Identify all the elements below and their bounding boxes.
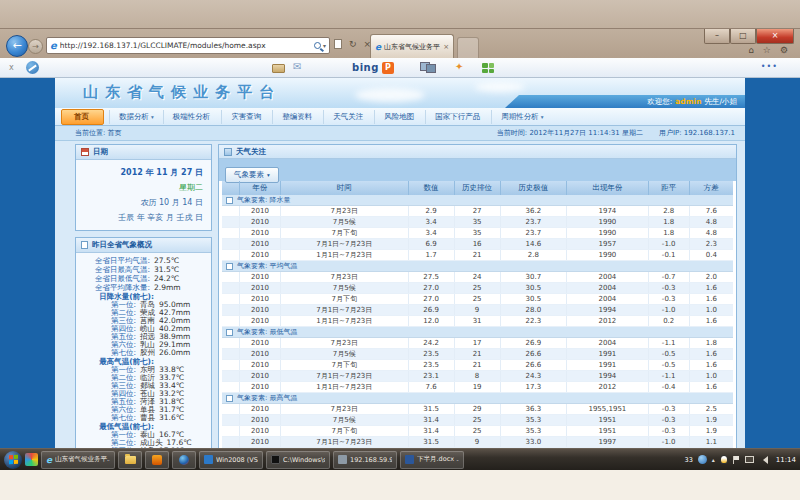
nav-item[interactable]: 天气关注 bbox=[323, 110, 374, 124]
action-center-flag-icon[interactable] bbox=[733, 456, 740, 464]
cell-value: 23.5 bbox=[409, 349, 455, 359]
welcome-prefix: 欢迎您: bbox=[647, 97, 672, 107]
cell-variance: 4.8 bbox=[690, 217, 733, 227]
blocks-icon[interactable] bbox=[482, 63, 494, 73]
ime-icon[interactable] bbox=[698, 455, 707, 464]
card-icon[interactable] bbox=[272, 64, 285, 73]
nav-item[interactable]: 整编资料 bbox=[272, 110, 323, 124]
nav-item[interactable]: 极端性分析 bbox=[163, 110, 222, 124]
taskbar-window-button[interactable]: Win2008 (VS2... bbox=[199, 451, 263, 469]
p-addon-badge[interactable]: P bbox=[382, 62, 394, 74]
section-checkbox[interactable] bbox=[226, 395, 233, 402]
close-button[interactable]: × bbox=[756, 29, 794, 44]
home-icon[interactable]: ⌂ bbox=[748, 45, 754, 55]
nav-item[interactable]: 风险地图 bbox=[374, 110, 425, 124]
refresh-icon[interactable]: ↻ bbox=[349, 39, 357, 49]
summary-stat: 全省日最低气温: 24.2℃ bbox=[76, 275, 208, 283]
sparkle-icon[interactable]: ✦ bbox=[455, 61, 463, 72]
mail-icon[interactable]: ✉ bbox=[293, 61, 301, 72]
maximize-button[interactable]: □ bbox=[730, 29, 756, 44]
nav-item[interactable]: 数据分析 ▾ bbox=[109, 110, 163, 124]
chevron-down-icon[interactable]: ▾ bbox=[323, 42, 326, 49]
window-border bbox=[0, 28, 800, 29]
section-row: 气象要素: 最高气温 bbox=[222, 393, 733, 404]
cell-variance: 2.3 bbox=[690, 239, 733, 249]
weather-watch-panel: 天气关注 气象要素 ▾ 年份时间数值历史排位历史极值出现年份距平方差 bbox=[218, 144, 737, 448]
taskbar-explorer-button[interactable] bbox=[118, 451, 142, 469]
cell-anomaly: -0.4 bbox=[649, 382, 690, 392]
cell-year: 2010 bbox=[240, 404, 281, 414]
cell-value: 31.4 bbox=[409, 415, 455, 425]
table-section: 气象要素: 平均气温 2010 7月23日 27.5 24 bbox=[222, 261, 733, 327]
launcher-icon[interactable] bbox=[25, 453, 38, 466]
cell-time: 7月5候 bbox=[281, 349, 409, 359]
address-bar[interactable]: e http://192.168.137.1/GLCCLIMATE/module… bbox=[46, 37, 330, 54]
cell-variance: 2.5 bbox=[690, 404, 733, 414]
back-button[interactable]: ← bbox=[6, 35, 28, 57]
addon-blocked-icon[interactable] bbox=[26, 61, 39, 74]
forward-button[interactable]: → bbox=[28, 39, 43, 54]
taskbar-player-button[interactable] bbox=[172, 451, 196, 469]
taskbar-window-label: 下半月.docx ... bbox=[417, 455, 459, 464]
cell-extreme: 17.3 bbox=[501, 382, 567, 392]
cell-time: 7月5候 bbox=[281, 283, 409, 293]
nav-item[interactable]: 国家下行产品 bbox=[425, 110, 491, 124]
start-button[interactable] bbox=[4, 451, 22, 469]
nav-item-label: 首页 bbox=[74, 112, 89, 122]
toolbar-close-icon[interactable]: x bbox=[9, 63, 14, 72]
nav-item[interactable]: 首页 bbox=[61, 109, 104, 125]
favorites-star-icon[interactable]: ☆ bbox=[763, 45, 771, 55]
search-icon[interactable] bbox=[314, 42, 321, 49]
volume-icon[interactable] bbox=[759, 456, 768, 464]
cell-value: 3.4 bbox=[409, 217, 455, 227]
cell-variance: 1.0 bbox=[690, 371, 733, 381]
section-checkbox[interactable] bbox=[226, 263, 233, 270]
photos-icon[interactable] bbox=[420, 62, 436, 73]
stat-label: 全省日最高气温: bbox=[76, 266, 150, 274]
cloud-decoration bbox=[355, 88, 425, 102]
taskbar-window-button[interactable]: 下半月.docx ... bbox=[400, 451, 464, 469]
taskbar-window-button[interactable]: 192.168.59.99... bbox=[333, 451, 397, 469]
table-row: 2010 7月23日 24.2 17 26.9 2004 -1.1 1.8 bbox=[222, 338, 733, 349]
taskbar-window-button[interactable]: C:\Windows\s... bbox=[266, 451, 330, 469]
qq-icon[interactable] bbox=[720, 455, 728, 464]
page-background: 山东省气候业务平台 欢迎您: admin 先生/小姐 首页 数据分析 ▾ 极端性… bbox=[0, 78, 800, 448]
url-text[interactable]: http://192.168.137.1/GLCCLIMATE/modules/… bbox=[60, 41, 312, 50]
tab-close-icon[interactable]: × bbox=[443, 43, 449, 51]
cell-anomaly: 1.8 bbox=[649, 228, 690, 238]
new-tab-button[interactable] bbox=[457, 37, 479, 58]
table-header-cell: 出现年份 bbox=[567, 181, 649, 195]
table-header-cell: 历史排位 bbox=[455, 181, 501, 195]
taskbar-clock[interactable]: 11:14 bbox=[776, 456, 796, 464]
settings-gear-icon[interactable]: ⚙ bbox=[780, 45, 788, 55]
nav-item[interactable]: 周期性分析 ▾ bbox=[491, 110, 552, 124]
weather-table: 年份时间数值历史排位历史极值出现年份距平方差 气象要素: 降水量 bbox=[222, 181, 733, 448]
cell-year: 2010 bbox=[240, 272, 281, 282]
cell-anomaly: -0.5 bbox=[649, 349, 690, 359]
app-icon bbox=[338, 455, 347, 464]
stat-label: 全省平均降水量: bbox=[76, 284, 150, 292]
cell-rank: 21 bbox=[455, 349, 501, 359]
nav-item[interactable]: 灾害查询 bbox=[221, 110, 272, 124]
cell-variance: 1.6 bbox=[690, 360, 733, 370]
taskbar-media-button[interactable] bbox=[145, 451, 169, 469]
cell-extreme: 2.8 bbox=[501, 250, 567, 260]
stat-value: 27.5℃ bbox=[154, 257, 179, 265]
cell-rank: 31 bbox=[455, 316, 501, 326]
network-icon[interactable] bbox=[745, 456, 754, 463]
ie-icon: e bbox=[46, 455, 52, 465]
section-checkbox[interactable] bbox=[226, 197, 233, 204]
browser-tab[interactable]: e 山东省气候业务平... × bbox=[370, 34, 454, 58]
welcome-suffix: 先生/小姐 bbox=[704, 97, 737, 107]
stat-value: 24.2℃ bbox=[154, 275, 179, 283]
compatibility-view-icon[interactable] bbox=[334, 39, 342, 49]
cell-value: 12.0 bbox=[409, 316, 455, 326]
cell-year: 2010 bbox=[240, 349, 281, 359]
bing-logo[interactable]: bing bbox=[352, 62, 379, 73]
show-hidden-icons[interactable]: ▴ bbox=[712, 456, 715, 463]
minimize-button[interactable]: – bbox=[704, 29, 730, 44]
section-checkbox[interactable] bbox=[226, 329, 233, 336]
more-icon[interactable]: ••• bbox=[761, 62, 778, 71]
taskbar-ie-window[interactable]: e 山东省气候业务平... bbox=[41, 451, 115, 469]
table-header-cell: 历史极值 bbox=[501, 181, 567, 195]
